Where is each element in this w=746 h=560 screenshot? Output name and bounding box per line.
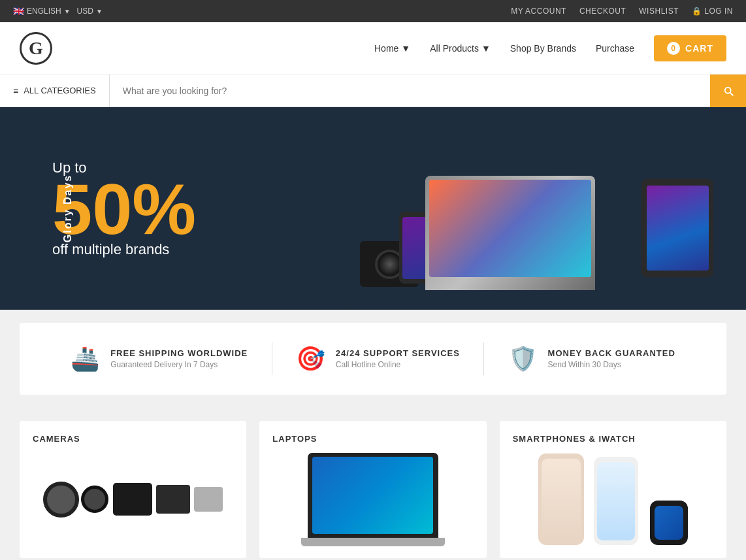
nav-products[interactable]: All Products ▼ [430,43,491,54]
feature-moneyback-title: MONEY BACK GUARANTED [548,348,675,358]
nav-brands[interactable]: Shop By Brands [510,43,576,54]
language-label: ENGLISH [27,7,61,16]
products-dropdown-arrow: ▼ [481,43,491,54]
feature-moneyback-text: MONEY BACK GUARANTED Send Within 30 Days [548,348,675,369]
cart-label: CART [685,43,713,54]
shield-icon: 🛡️ [508,345,538,372]
header: G Home ▼ All Products ▼ Shop By Brands P… [0,22,746,74]
search-input[interactable] [110,86,710,96]
hero-banner: Glory Days Up to 50% off multiple brands [0,107,746,310]
feature-support-subtitle: Call Hotline Online [336,360,460,369]
laptop-base [301,538,445,546]
laptop-screen-outer [308,453,438,538]
flag-icon: 🇬🇧 [13,6,24,16]
hero-devices [360,107,733,310]
laptop-screen-inner [312,457,433,534]
lens-2 [81,486,108,513]
login-link[interactable]: 🔒 LOG IN [692,7,733,16]
ship-icon: 🚢 [71,345,100,372]
currency-dropdown-arrow: ▼ [96,8,103,15]
category-laptops[interactable]: LAPTOPS [259,421,486,558]
phone-1-screen [542,459,581,540]
categories-button[interactable]: ≡ ALL CATEGORIES [0,74,110,107]
cameras-title: CAMERAS [33,434,233,444]
feature-shipping-title: FREE SHIPPING WORLDWIDE [110,348,248,358]
wishlist-link[interactable]: WISHLIST [639,7,679,16]
laptops-image [272,453,473,545]
watch [650,501,688,545]
currency-selector[interactable]: USD ▼ [77,7,103,16]
laptops-illustration [301,453,445,546]
category-cameras[interactable]: CAMERAS [20,421,246,558]
devices-container [360,107,733,310]
phone-1 [538,453,584,545]
feature-moneyback: 🛡️ MONEY BACK GUARANTED Send Within 30 D… [508,345,675,372]
bars-icon: ≡ [13,86,18,96]
phones-image [513,453,713,545]
cam-body-1 [113,483,152,516]
cam-body-3 [194,487,223,512]
hero-content: Up to 50% off multiple brands [0,159,196,258]
laptop-device [425,176,595,290]
support-icon: 🎯 [296,345,325,372]
feature-shipping: 🚢 FREE SHIPPING WORLDWIDE Guaranteed Del… [71,345,248,372]
lang-dropdown-arrow: ▼ [64,8,71,15]
cameras-illustration [43,482,223,518]
phones-title: SMARTPHONES & IWATCH [513,434,713,444]
tablet-screen [647,186,709,271]
features-bar: 🚢 FREE SHIPPING WORLDWIDE Guaranteed Del… [20,323,726,395]
laptop-screen [429,180,591,277]
cam-body-2 [156,485,190,514]
cart-count: 0 [667,42,680,55]
watch-face [655,506,683,540]
laptops-title: LAPTOPS [272,434,473,444]
cameras-image [33,453,233,545]
phones-illustration [538,453,688,545]
main-nav: Home ▼ All Products ▼ Shop By Brands Pur… [374,35,726,61]
topbar-left: 🇬🇧 ENGLISH ▼ USD ▼ [13,6,103,16]
nav-home[interactable]: Home ▼ [374,43,410,54]
feature-divider-1 [272,342,272,375]
tablet-device [641,179,713,277]
feature-shipping-text: FREE SHIPPING WORLDWIDE Guaranteed Deliv… [110,348,248,369]
topbar-right: MY ACCOUNT CHECKOUT WISHLIST 🔒 LOG IN [511,7,733,16]
phone-2-screen [597,462,635,540]
feature-support-text: 24/24 SUPPORT SERVICES Call Hotline Onli… [336,348,460,369]
lens-1 [43,482,79,518]
lock-icon: 🔒 [692,7,702,16]
search-icon [722,85,734,97]
phone-2 [594,457,638,545]
category-grid: CAMERAS LAPTOPS [20,421,726,558]
language-selector[interactable]: 🇬🇧 ENGLISH ▼ [13,6,71,16]
checkout-link[interactable]: CHECKOUT [579,7,626,16]
currency-label: USD [77,7,93,16]
feature-divider-2 [483,342,484,375]
nav-purchase[interactable]: Purchase [596,43,634,54]
hero-side-text: Glory Days [62,174,74,242]
feature-shipping-subtitle: Guaranteed Delivery In 7 Days [110,360,248,369]
cart-button[interactable]: 0 CART [654,35,726,61]
search-bar: ≡ ALL CATEGORIES [0,74,746,107]
search-button[interactable] [710,74,746,107]
home-dropdown-arrow: ▼ [401,43,410,54]
categories-section: CAMERAS LAPTOPS [0,408,746,560]
hero-off-text: off multiple brands [52,241,196,258]
feature-moneyback-subtitle: Send Within 30 Days [548,360,675,369]
feature-support-title: 24/24 SUPPORT SERVICES [336,348,460,358]
logo-circle: G [20,32,52,65]
category-phones[interactable]: SMARTPHONES & IWATCH [500,421,726,558]
feature-support: 🎯 24/24 SUPPORT SERVICES Call Hotline On… [296,345,460,372]
top-bar: 🇬🇧 ENGLISH ▼ USD ▼ MY ACCOUNT CHECKOUT W… [0,0,746,22]
my-account-link[interactable]: MY ACCOUNT [511,7,566,16]
logo[interactable]: G [20,32,52,65]
categories-label: ALL CATEGORIES [24,86,96,95]
